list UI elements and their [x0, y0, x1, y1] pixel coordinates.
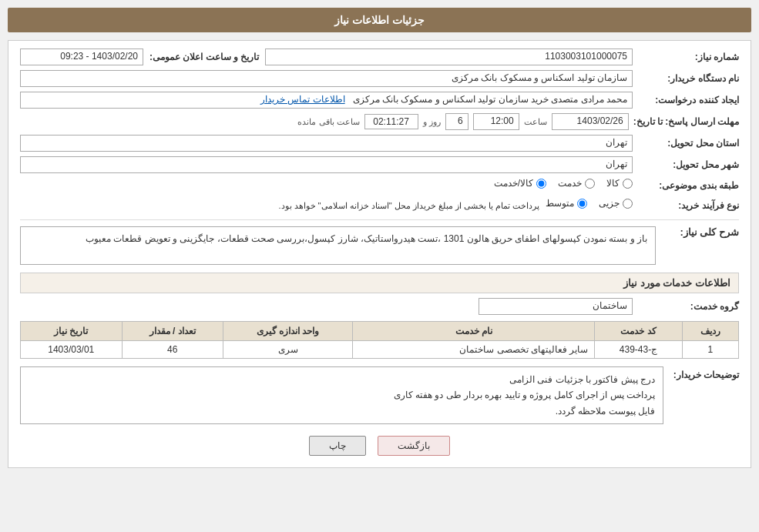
cell-rownum: 1 — [682, 341, 738, 359]
service-group-label: گروه خدمت: — [639, 301, 739, 312]
buyer-notes-section: توضیحات خریدار: درج پیش فاکتور با جزئیات… — [20, 366, 739, 424]
days-label: روز و — [423, 117, 441, 127]
col-header-name: نام خدمت — [353, 322, 595, 341]
buyer-org-row: نام دستگاه خریدار: سازمان تولید اسکناس و… — [20, 70, 739, 87]
city-label: شهر محل تحویل: — [639, 159, 739, 170]
category-option-kala[interactable]: کالا — [606, 178, 633, 189]
purchase-type-jozii[interactable]: جزیی — [599, 198, 633, 209]
service-group-row: گروه خدمت: ساختمان — [20, 298, 739, 315]
col-header-qty: تعداد / مقدار — [122, 322, 223, 341]
deadline-row: مهلت ارسال پاسخ: تا تاریخ: 1403/02/26 سا… — [20, 113, 739, 130]
purchase-type-motavaset[interactable]: متوسط — [546, 198, 587, 209]
cell-unit: سری — [223, 341, 352, 359]
province-row: استان محل تحویل: تهران — [20, 135, 739, 152]
cell-qty: 46 — [122, 341, 223, 359]
contact-info-link[interactable]: اطلاعات تماس خریدار — [260, 94, 345, 105]
category-option-both[interactable]: کالا/خدمت — [494, 178, 546, 189]
purchase-type-note: پرداخت تمام یا بخشی از مبلغ خریداز محل "… — [278, 201, 539, 211]
need-number-value: 1103003101000075 — [265, 49, 633, 65]
announce-datetime-label: تاریخ و ساعت اعلان عمومی: — [149, 52, 259, 62]
deadline-time: 12:00 — [473, 113, 519, 130]
purchase-type-label: نوع فرآیند خرید: — [639, 200, 739, 211]
creator-label: ایجاد کننده درخواست: — [639, 95, 739, 105]
cell-date: 1403/03/01 — [21, 341, 123, 359]
province-value: تهران — [20, 135, 633, 152]
need-description-value: باز و بسته نمودن کپسولهای اطفای حریق هال… — [20, 226, 656, 265]
deadline-days: 6 — [445, 113, 468, 130]
category-label: طبقه بندی موضوعی: — [639, 180, 739, 191]
print-button[interactable]: چاپ — [309, 436, 366, 456]
deadline-date: 1403/02/26 — [552, 113, 629, 130]
service-info-title: اطلاعات خدمات مورد نیاز — [20, 273, 739, 293]
col-header-rownum: ردیف — [682, 322, 738, 341]
cell-code: ج-43-439 — [595, 341, 682, 359]
page-title: جزئیات اطلاعات نیاز — [8, 8, 751, 32]
col-header-unit: واحد اندازه گیری — [223, 322, 352, 341]
remaining-time: 02:11:27 — [364, 114, 418, 129]
action-buttons: بازگشت چاپ — [20, 436, 739, 456]
service-group-value: ساختمان — [479, 298, 633, 315]
creator-row: ایجاد کننده درخواست: محمد مرادی متصدی خر… — [20, 92, 739, 109]
city-value: تهران — [20, 156, 633, 173]
buyer-org-value: سازمان تولید اسکناس و مسکوک بانک مرکزی — [20, 70, 633, 87]
category-row: طبقه بندی موضوعی: کالا خدمت کالا/خدمت — [20, 178, 739, 193]
buyer-notes-value: درج پیش فاکتور با جزئیات فنی الزامی پردا… — [20, 366, 663, 424]
need-number-label: شماره نیاز: — [639, 52, 739, 62]
back-button[interactable]: بازگشت — [378, 436, 450, 456]
time-label: ساعت — [524, 117, 547, 127]
buyer-notes-label: توضیحات خریدار: — [670, 366, 739, 380]
category-option-khedmat[interactable]: خدمت — [558, 178, 595, 189]
announce-datetime-value: 1403/02/20 - 09:23 — [20, 49, 143, 65]
col-header-date: تاریخ نیاز — [21, 322, 123, 341]
services-table: ردیف کد خدمت نام خدمت واحد اندازه گیری ت… — [20, 321, 739, 359]
col-header-code: کد خدمت — [595, 322, 682, 341]
buyer-org-label: نام دستگاه خریدار: — [639, 73, 739, 84]
creator-value: محمد مرادی متصدی خرید سازمان تولید اسکنا… — [20, 92, 633, 109]
purchase-type-row: نوع فرآیند خرید: جزیی متوسط پرداخت تمام … — [20, 198, 739, 213]
remaining-label: ساعت باقی مانده — [297, 117, 359, 127]
need-number-row: شماره نیاز: 1103003101000075 تاریخ و ساع… — [20, 49, 739, 65]
table-row: 1 ج-43-439 سایر فعالیتهای تخصصی ساختمان … — [21, 341, 739, 359]
need-description-label: شرح کلی نیاز: — [662, 226, 739, 238]
province-label: استان محل تحویل: — [639, 138, 739, 149]
city-row: شهر محل تحویل: تهران — [20, 156, 739, 173]
category-options: کالا خدمت کالا/خدمت — [494, 178, 633, 189]
need-description-row: شرح کلی نیاز: باز و بسته نمودن کپسولهای … — [20, 226, 739, 265]
cell-name: سایر فعالیتهای تخصصی ساختمان — [353, 341, 595, 359]
deadline-label: مهلت ارسال پاسخ: تا تاریخ: — [633, 116, 739, 127]
purchase-type-options: جزیی متوسط — [546, 198, 633, 209]
